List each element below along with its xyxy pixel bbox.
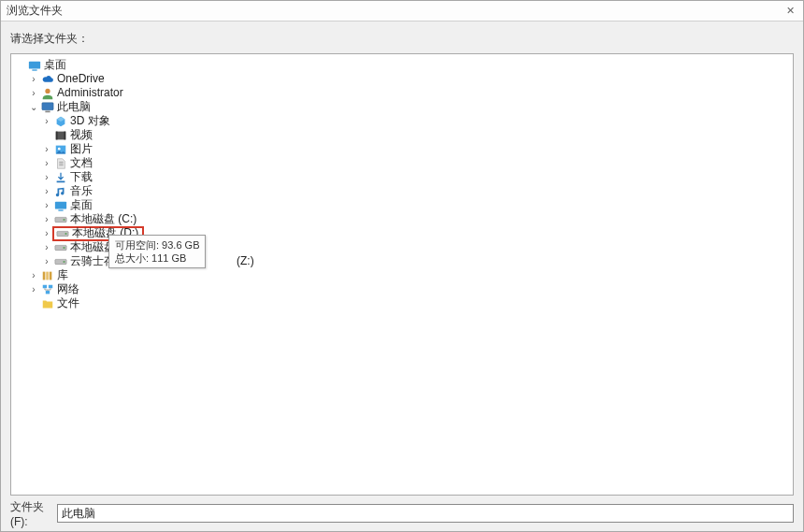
prompt-label: 请选择文件夹：: [10, 31, 794, 48]
library-icon: [41, 269, 54, 282]
tree-label: 文档: [70, 156, 93, 170]
expander-icon[interactable]: ›: [41, 186, 52, 197]
expander-icon[interactable]: ›: [41, 116, 52, 127]
svg-rect-18: [64, 247, 65, 249]
expander-icon[interactable]: ›: [41, 158, 52, 169]
tooltip-free-space: 可用空间: 93.6 GB: [115, 238, 199, 252]
svg-rect-4: [45, 110, 50, 112]
svg-rect-3: [42, 102, 53, 109]
tree-label: 音乐: [70, 184, 93, 198]
svg-rect-10: [57, 180, 65, 182]
svg-rect-7: [65, 131, 66, 139]
music-icon: [54, 185, 67, 198]
tree-row-onedrive[interactable]: › OneDrive: [15, 72, 791, 86]
svg-point-9: [58, 147, 61, 150]
tree-row-libraries[interactable]: › 库: [15, 268, 791, 282]
expander-icon[interactable]: ›: [41, 172, 52, 183]
browse-folder-dialog: 浏览文件夹 ✕ 请选择文件夹： 桌面 ›: [0, 0, 804, 532]
tree-row-documents[interactable]: › 文档: [15, 156, 791, 170]
tree-row-downloads[interactable]: › 下载: [15, 170, 791, 184]
dialog-body: 请选择文件夹： 桌面 › OneDr: [1, 22, 803, 531]
desktop-icon: [28, 59, 41, 72]
expander-icon[interactable]: ›: [41, 228, 52, 239]
folder-tree[interactable]: 桌面 › OneDrive ›: [10, 53, 794, 496]
svg-rect-25: [49, 284, 52, 288]
svg-rect-16: [65, 233, 67, 235]
svg-rect-11: [55, 201, 66, 208]
cube-icon: [54, 115, 67, 128]
folder-icon: [41, 297, 54, 310]
expander-icon[interactable]: ›: [41, 242, 52, 253]
network-icon: [41, 283, 54, 296]
svg-rect-0: [29, 61, 40, 68]
tree-row-pictures[interactable]: › 图片: [15, 142, 791, 156]
tree-row-files[interactable]: 文件: [15, 296, 791, 310]
tree-row-desktop[interactable]: 桌面: [15, 58, 791, 72]
drive-z-suffix: (Z:): [237, 254, 254, 268]
expander-icon[interactable]: ›: [28, 88, 39, 99]
tree-label: 桌面: [70, 198, 93, 212]
expander-icon[interactable]: ›: [28, 270, 39, 281]
tree-row-videos[interactable]: 视频: [15, 128, 791, 142]
expander-icon[interactable]: ›: [41, 200, 52, 211]
tree-row-drive-c[interactable]: › 本地磁盘 (C:): [15, 212, 791, 226]
expander-icon[interactable]: ›: [28, 74, 39, 85]
svg-rect-23: [50, 271, 52, 280]
expander-icon[interactable]: ›: [41, 256, 52, 267]
cloud-icon: [41, 73, 54, 86]
drive-icon: [54, 255, 67, 268]
drive-icon: [54, 213, 67, 226]
expander-icon: [15, 60, 26, 71]
tree-label: 网络: [57, 282, 79, 296]
expander-icon[interactable]: ›: [41, 214, 52, 225]
desktop-icon: [54, 199, 67, 212]
expander-icon[interactable]: ⌄: [28, 102, 39, 113]
folder-field-label: 文件夹(F):: [10, 499, 57, 528]
film-icon: [54, 129, 67, 142]
tree-row-music[interactable]: › 音乐: [15, 184, 791, 198]
tree-row-desktop-sub[interactable]: › 桌面: [15, 198, 791, 212]
expander-icon[interactable]: ›: [41, 144, 52, 155]
svg-point-2: [45, 88, 50, 93]
tooltip-total-size: 总大小: 111 GB: [115, 252, 199, 265]
tree-label: 下载: [70, 170, 93, 184]
svg-rect-6: [56, 131, 58, 139]
folder-path-input[interactable]: [57, 504, 794, 523]
tree-row-network[interactable]: › 网络: [15, 282, 791, 296]
tree-label: 本地磁盘 (C:): [70, 212, 136, 226]
expander-icon: [41, 130, 52, 141]
download-icon: [54, 171, 67, 184]
picture-icon: [54, 143, 67, 156]
tree-label: 文件: [57, 296, 79, 310]
svg-rect-14: [64, 219, 65, 221]
tree-label: 此电脑: [57, 100, 91, 114]
tree-label: 图片: [70, 142, 93, 156]
tree-label: 库: [57, 268, 68, 282]
close-button[interactable]: ✕: [782, 4, 797, 19]
svg-rect-26: [46, 290, 50, 294]
expander-icon: [28, 298, 39, 309]
svg-rect-20: [64, 261, 65, 263]
tree-label: 视频: [70, 128, 93, 142]
drive-icon: [54, 241, 67, 254]
tree-label: Administrator: [57, 86, 123, 100]
svg-rect-22: [46, 271, 49, 280]
user-icon: [41, 87, 54, 100]
tree-row-this-pc[interactable]: ⌄ 此电脑: [15, 100, 791, 114]
svg-rect-1: [32, 69, 36, 70]
tree-label: OneDrive: [57, 72, 105, 86]
computer-icon: [41, 101, 54, 114]
drive-tooltip: 可用空间: 93.6 GB 总大小: 111 GB: [108, 235, 206, 268]
svg-rect-21: [43, 271, 46, 280]
document-icon: [54, 157, 67, 170]
window-title: 浏览文件夹: [7, 3, 782, 19]
svg-rect-24: [43, 284, 47, 288]
footer: 文件夹(F):: [10, 496, 794, 524]
tree-label: 3D 对象: [70, 114, 110, 128]
tree-row-administrator[interactable]: › Administrator: [15, 86, 791, 100]
expander-icon[interactable]: ›: [28, 284, 39, 295]
tree-row-3d-objects[interactable]: › 3D 对象: [15, 114, 791, 128]
svg-rect-12: [58, 209, 63, 210]
drive-icon: [56, 227, 69, 240]
tree-label: 桌面: [44, 58, 66, 72]
